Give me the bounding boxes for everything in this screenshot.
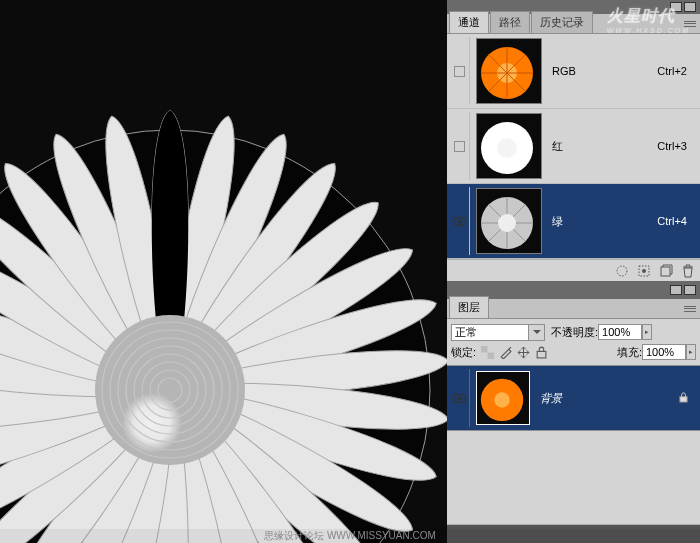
channel-thumbnail <box>476 113 542 179</box>
svg-rect-41 <box>661 267 670 276</box>
layer-controls: 正常 不透明度: 100% ▸ 锁定: 填充: <box>447 319 700 365</box>
opacity-label: 不透明度: <box>551 325 598 340</box>
channel-thumbnail <box>476 188 542 254</box>
layers-empty-area[interactable] <box>447 431 700 525</box>
svg-rect-44 <box>487 352 494 359</box>
fill-input[interactable]: 100% <box>642 344 686 360</box>
opacity-input[interactable]: 100% <box>598 324 642 340</box>
watermark-logo: 火星时代 WWW.HXSD.COM <box>607 6 690 34</box>
layer-name[interactable]: 背景 <box>540 391 678 406</box>
visibility-toggle[interactable] <box>450 112 470 180</box>
eye-icon <box>452 393 467 404</box>
visibility-toggle[interactable] <box>450 37 470 105</box>
channels-footer <box>447 259 700 281</box>
svg-rect-43 <box>481 346 488 353</box>
close-panel-button[interactable] <box>684 285 696 295</box>
layer-background[interactable]: 背景 <box>447 365 700 431</box>
svg-point-40 <box>642 269 646 273</box>
lock-transparency-icon[interactable] <box>480 345 494 359</box>
layer-thumbnail <box>476 371 530 425</box>
tab-layers[interactable]: 图层 <box>449 296 489 318</box>
document-canvas[interactable] <box>0 0 447 543</box>
panel-menu-icon[interactable] <box>682 303 698 315</box>
lock-pixels-icon[interactable] <box>498 345 512 359</box>
svg-point-26 <box>457 219 461 223</box>
eye-icon <box>452 216 467 227</box>
visibility-off-icon <box>454 141 465 152</box>
visibility-toggle[interactable] <box>450 187 470 255</box>
svg-point-50 <box>494 392 509 407</box>
delete-channel-icon[interactable] <box>678 262 698 280</box>
channel-green[interactable]: 绿 Ctrl+4 <box>447 184 700 259</box>
svg-rect-51 <box>680 396 687 402</box>
save-selection-icon[interactable] <box>634 262 654 280</box>
blend-mode-dropdown-icon[interactable] <box>529 324 545 341</box>
channel-name: 绿 <box>552 214 657 229</box>
svg-rect-45 <box>537 351 546 358</box>
svg-point-24 <box>497 138 517 158</box>
svg-point-38 <box>617 266 627 276</box>
channel-shortcut: Ctrl+4 <box>657 215 687 227</box>
load-selection-icon[interactable] <box>612 262 632 280</box>
lock-position-icon[interactable] <box>516 345 530 359</box>
panels-area: 通道 路径 历史记录 <box>447 0 700 525</box>
fill-flyout-icon[interactable]: ▸ <box>686 344 696 360</box>
lock-all-icon[interactable] <box>534 345 548 359</box>
svg-point-47 <box>457 396 461 400</box>
tab-history[interactable]: 历史记录 <box>531 11 593 33</box>
footer-watermark: 思缘设计论坛 WWW.MISSYUAN.COM <box>0 529 700 543</box>
fill-label: 填充: <box>617 345 642 360</box>
new-channel-icon[interactable] <box>656 262 676 280</box>
tab-paths[interactable]: 路径 <box>490 11 530 33</box>
blend-mode-select[interactable]: 正常 <box>451 324 529 341</box>
collapse-button[interactable] <box>670 285 682 295</box>
channels-list: RGB Ctrl+2 红 Ctrl+3 <box>447 34 700 259</box>
opacity-flyout-icon[interactable]: ▸ <box>642 324 652 340</box>
channel-name: RGB <box>552 65 657 77</box>
layers-tab-bar: 图层 <box>447 299 700 319</box>
tab-channels[interactable]: 通道 <box>449 11 489 33</box>
lock-label: 锁定: <box>451 345 476 360</box>
channel-red[interactable]: 红 Ctrl+3 <box>447 109 700 184</box>
channel-thumbnail <box>476 38 542 104</box>
channel-shortcut: Ctrl+3 <box>657 140 687 152</box>
channel-rgb[interactable]: RGB Ctrl+2 <box>447 34 700 109</box>
channel-shortcut: Ctrl+2 <box>657 65 687 77</box>
lock-icon <box>678 392 689 405</box>
visibility-off-icon <box>454 66 465 77</box>
svg-point-37 <box>498 214 516 232</box>
visibility-toggle[interactable] <box>450 369 470 427</box>
channel-name: 红 <box>552 139 657 154</box>
